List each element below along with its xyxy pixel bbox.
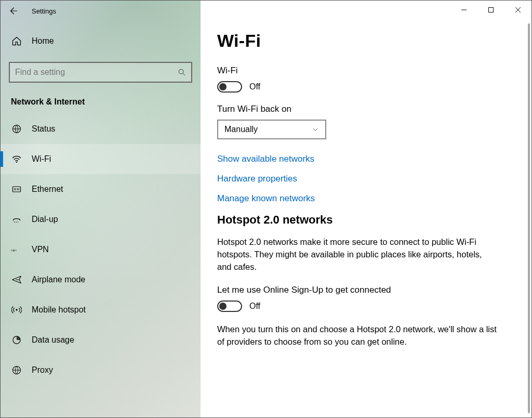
wifi-toggle-row: Off (217, 81, 511, 93)
sidebar-item-label: Airplane mode (32, 275, 85, 284)
signup-toggle-state: Off (249, 302, 260, 311)
sidebar-item-airplane-mode[interactable]: Airplane mode (1, 265, 201, 295)
close-button[interactable] (504, 1, 531, 19)
data-usage-icon (11, 335, 22, 345)
svg-rect-4 (13, 187, 21, 192)
svg-text:ogo: ogo (11, 248, 17, 252)
search-icon (172, 68, 191, 76)
sidebar-item-label: Wi-Fi (32, 154, 51, 164)
back-button[interactable] (1, 1, 25, 21)
wifi-toggle-state: Off (249, 82, 260, 92)
sidebar-item-label: VPN (32, 245, 49, 254)
titlebar: Settings (1, 1, 531, 21)
minimize-button[interactable] (450, 1, 477, 19)
airplane-icon (11, 275, 22, 285)
signup-toggle-label: Let me use Online Sign-Up to get connect… (217, 285, 511, 295)
vpn-icon: ogo (11, 246, 22, 253)
sidebar-item-label: Dial-up (32, 215, 58, 224)
wifi-toggle-label: Wi-Fi (217, 66, 511, 76)
maximize-icon (488, 7, 494, 13)
svg-point-1 (179, 69, 183, 74)
minimize-icon (461, 7, 467, 13)
sidebar-item-dial-up[interactable]: Dial-up (1, 204, 201, 234)
sidebar-item-label: Status (32, 124, 55, 134)
turn-back-on-label: Turn Wi-Fi back on (217, 104, 511, 114)
toggle-knob (219, 303, 227, 310)
search-input[interactable] (10, 68, 172, 77)
sidebar-item-vpn[interactable]: ogoVPN (1, 234, 201, 265)
sidebar-item-data-usage[interactable]: Data usage (1, 325, 201, 355)
wifi-icon (11, 154, 22, 164)
ethernet-icon (11, 184, 22, 194)
signup-toggle-row: Off (217, 301, 511, 312)
link-show-networks[interactable]: Show available networks (217, 154, 511, 164)
toggle-knob (219, 83, 227, 90)
globe-icon (11, 124, 22, 134)
search-box[interactable] (9, 62, 192, 83)
sidebar-item-label: Ethernet (32, 185, 63, 194)
turn-back-on-value: Manually (224, 125, 258, 134)
sidebar-item-label: Mobile hotspot (32, 305, 86, 315)
close-icon (515, 7, 521, 13)
sidebar-nav-list: StatusWi-FiEthernetDial-upogoVPNAirplane… (1, 114, 201, 385)
sidebar-item-label: Proxy (32, 365, 53, 375)
hotspot-heading: Hotspot 2.0 networks (217, 213, 511, 227)
sidebar-item-status[interactable]: Status (1, 114, 201, 144)
signup-toggle[interactable] (217, 301, 242, 312)
sidebar-home[interactable]: Home (1, 27, 201, 56)
settings-window: Settings Home Network & In (0, 0, 532, 418)
sidebar-home-label: Home (32, 36, 54, 46)
arrow-left-icon (8, 6, 18, 16)
hotspot-description: Hotspot 2.0 networks make it more secure… (217, 236, 498, 273)
svg-point-5 (14, 221, 15, 223)
home-icon (11, 36, 22, 46)
sidebar-item-wi-fi[interactable]: Wi-Fi (1, 144, 201, 174)
wifi-toggle[interactable] (217, 81, 242, 93)
svg-rect-0 (489, 8, 494, 12)
svg-point-9 (16, 309, 17, 310)
signup-description: When you turn this on and choose a Hotsp… (217, 323, 498, 348)
proxy-icon (11, 365, 22, 375)
content-pane: Wi-Fi Wi-Fi Off Turn Wi-Fi back on Manua… (201, 1, 531, 417)
window-title: Settings (25, 7, 56, 15)
maximize-button[interactable] (477, 1, 504, 19)
window-controls (450, 1, 531, 19)
svg-point-7 (18, 221, 19, 223)
svg-point-6 (16, 221, 17, 223)
sidebar-item-mobile-hotspot[interactable]: Mobile hotspot (1, 295, 201, 325)
sidebar: Home Network & Internet StatusWi-FiEther… (1, 1, 201, 417)
hotspot-icon (11, 305, 22, 315)
scrollbar[interactable] (528, 23, 530, 413)
sidebar-item-label: Data usage (32, 335, 74, 345)
dialup-icon (11, 214, 22, 225)
page-title: Wi-Fi (217, 31, 511, 51)
link-manage-known-networks[interactable]: Manage known networks (217, 193, 511, 204)
chevron-down-icon (312, 126, 319, 133)
link-hardware-properties[interactable]: Hardware properties (217, 174, 511, 184)
sidebar-item-ethernet[interactable]: Ethernet (1, 174, 201, 204)
sidebar-category-heading: Network & Internet (1, 83, 201, 114)
turn-back-on-dropdown[interactable]: Manually (217, 120, 326, 139)
sidebar-item-proxy[interactable]: Proxy (1, 355, 201, 385)
svg-point-3 (16, 162, 17, 163)
